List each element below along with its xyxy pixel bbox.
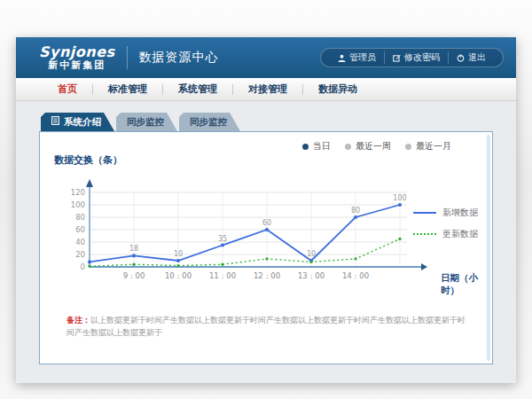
radio-unselected-icon bbox=[345, 144, 351, 150]
time-range-filter: 当日 最近一周 最近一月 bbox=[302, 140, 451, 153]
svg-text:0: 0 bbox=[81, 262, 85, 271]
svg-text:80: 80 bbox=[75, 213, 85, 222]
svg-text:20: 20 bbox=[75, 250, 85, 259]
footnote-prefix: 备注： bbox=[66, 316, 90, 325]
legend-label-new-data: 新增数据 bbox=[442, 207, 478, 219]
dotted-line-icon bbox=[413, 233, 436, 235]
main-nav: 首页 标准管理 系统管理 对接管理 数据异动 bbox=[16, 78, 516, 101]
svg-text:120: 120 bbox=[71, 188, 85, 197]
admin-user-label: 管理员 bbox=[349, 51, 376, 64]
app-header: Synjones 新中新集团 数据资源中心 管理员 修改密码 bbox=[16, 37, 516, 78]
legend-label-update-data: 更新数据 bbox=[442, 228, 478, 240]
brand-logo-text: Synjones bbox=[39, 45, 115, 60]
admin-user-button[interactable]: 管理员 bbox=[330, 51, 384, 64]
svg-text:80: 80 bbox=[351, 207, 360, 215]
svg-text:18: 18 bbox=[129, 245, 138, 253]
nav-item-system-mgmt[interactable]: 系统管理 bbox=[163, 82, 232, 96]
edit-icon bbox=[393, 54, 401, 62]
nav-item-data-change[interactable]: 数据异动 bbox=[303, 82, 372, 96]
tab-sync-monitor-1[interactable]: 同步监控 bbox=[116, 113, 177, 131]
change-password-button[interactable]: 修改密码 bbox=[384, 51, 448, 64]
logout-button[interactable]: 退出 bbox=[448, 51, 494, 64]
nav-item-home[interactable]: 首页 bbox=[43, 82, 92, 96]
footnote-text: 以上数据更新于时间产生数据以上数据更新于时间产生数据以上数据更新于时间产生数据以… bbox=[66, 316, 466, 337]
app-window: Synjones 新中新集团 数据资源中心 管理员 修改密码 bbox=[16, 37, 516, 383]
svg-text:10：00: 10：00 bbox=[165, 271, 192, 280]
legend-item-new-data: 新增数据 bbox=[413, 207, 478, 219]
y-axis-title: 数据交换（条） bbox=[54, 153, 122, 167]
solid-line-icon bbox=[413, 212, 436, 214]
logout-label: 退出 bbox=[468, 51, 486, 64]
legend-item-update-data: 更新数据 bbox=[413, 228, 478, 240]
nav-item-interface-mgmt[interactable]: 对接管理 bbox=[233, 82, 302, 96]
radio-unselected-icon bbox=[405, 144, 411, 150]
radio-today-label: 当日 bbox=[313, 140, 331, 153]
radio-last-month-label: 最近一月 bbox=[416, 140, 451, 153]
svg-text:40: 40 bbox=[75, 238, 85, 246]
radio-selected-icon bbox=[302, 144, 309, 150]
radio-last-week[interactable]: 最近一周 bbox=[345, 140, 391, 153]
panel-scrollbar[interactable] bbox=[487, 135, 490, 361]
svg-text:13：00: 13：00 bbox=[298, 271, 325, 280]
footnote: 备注：以上数据更新于时间产生数据以上数据更新于时间产生数据以上数据更新于时间产生… bbox=[66, 315, 466, 339]
svg-text:10: 10 bbox=[307, 250, 316, 258]
svg-text:12：00: 12：00 bbox=[254, 271, 280, 280]
header-divider bbox=[127, 46, 128, 69]
line-chart: 0204060801001209：0010：0011：0012：0013：001… bbox=[63, 173, 435, 293]
svg-text:60: 60 bbox=[262, 219, 271, 227]
svg-text:100: 100 bbox=[71, 200, 85, 209]
chart-panel: 当日 最近一周 最近一月 数据交换（条） 0204060801001209：00… bbox=[39, 131, 493, 364]
radio-last-week-label: 最近一周 bbox=[356, 140, 391, 153]
brand-logo-subtext: 新中新集团 bbox=[39, 60, 115, 71]
svg-text:11：00: 11：00 bbox=[209, 271, 236, 280]
content-area: 系统介绍 同步监控 同步监控 当日 最近一周 最近一月 bbox=[16, 101, 516, 382]
tab-bar: 系统介绍 同步监控 同步监控 bbox=[41, 113, 516, 131]
svg-text:60: 60 bbox=[75, 225, 85, 234]
x-axis-title: 日期（小时） bbox=[441, 272, 492, 297]
change-password-label: 修改密码 bbox=[404, 51, 440, 64]
page-title: 数据资源中心 bbox=[139, 50, 219, 66]
svg-text:14：00: 14：00 bbox=[342, 271, 369, 280]
brand-logo: Synjones 新中新集团 bbox=[39, 45, 115, 70]
svg-text:35: 35 bbox=[218, 235, 227, 243]
radio-today[interactable]: 当日 bbox=[302, 140, 331, 153]
svg-text:100: 100 bbox=[393, 194, 406, 202]
svg-text:9：00: 9：00 bbox=[123, 271, 145, 280]
tab-sync-monitor-2[interactable]: 同步监控 bbox=[179, 113, 240, 131]
radio-last-month[interactable]: 最近一月 bbox=[405, 140, 451, 153]
chart-legend: 新增数据 更新数据 bbox=[413, 207, 478, 249]
user-icon bbox=[338, 54, 346, 62]
svg-text:10: 10 bbox=[174, 250, 183, 258]
logout-icon bbox=[457, 54, 465, 62]
tab-system-intro[interactable]: 系统介绍 bbox=[41, 113, 114, 131]
nav-item-standard-mgmt[interactable]: 标准管理 bbox=[93, 82, 162, 96]
tab-label: 系统介绍 bbox=[64, 113, 101, 131]
document-icon bbox=[51, 113, 59, 131]
user-toolbar: 管理员 修改密码 退出 bbox=[320, 48, 504, 67]
